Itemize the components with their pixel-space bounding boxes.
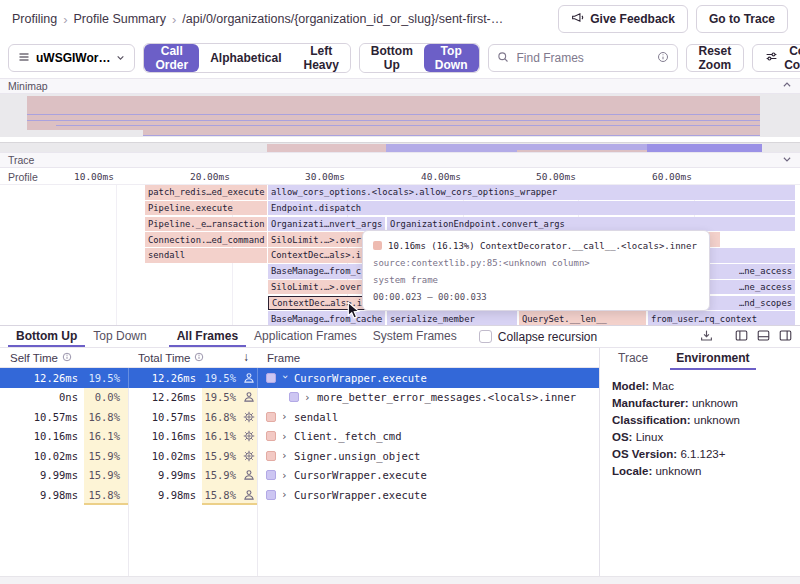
sliders-icon [765,50,778,66]
table-row[interactable]: 10.57ms16.8%10.57ms16.8%›sendall [0,407,599,427]
frame-cell[interactable]: ›Signer.unsign_object [257,446,599,466]
frame-cell[interactable]: ›sendall [257,407,599,427]
time-ruler: Profile 10.00ms20.00ms30.00ms40.00ms50.0… [0,168,800,185]
minimap-block [647,144,762,152]
frame-cell[interactable]: ›CursorWrapper.execute [257,466,599,486]
info-icon [194,352,204,364]
view-tab-bottom-up[interactable]: Bottom Up [8,326,85,347]
chevron-down-icon[interactable] [782,154,792,166]
flame-frame-silolimit-over[interactable]: SiloLimit.…>.over [268,280,368,295]
chevron-right-icon[interactable]: › [281,488,289,501]
flame-frame-connection-ed-command[interactable]: Connection.…ed_command [145,232,267,247]
chevron-down-icon[interactable]: › [279,374,292,382]
flame-frame-label: …nd_scopes [739,298,792,308]
frame-column-header[interactable]: Frame [257,348,599,367]
chevron-down-icon [116,51,125,65]
details-tab-environment[interactable]: Environment [670,348,755,370]
chevron-right-icon[interactable]: › [281,469,289,482]
self-time-value: 10.02ms [0,446,84,466]
layout-bottom-icon[interactable] [757,328,770,346]
frame-cell[interactable]: ›CursorWrapper.execute [257,485,599,505]
flame-frame-from-user-rq-context[interactable]: from_user…rq_context [648,311,795,325]
chevron-right-icon[interactable]: › [281,449,289,462]
flame-frame-endpoint-dispatch[interactable]: Endpoint.dispatch [268,201,795,216]
sort-tab-call-order[interactable]: Call Order [144,44,199,72]
self-time-percent: 15.8% [84,485,128,505]
breadcrumb-item-profiling[interactable]: Profiling [12,12,57,26]
total-time-percent: 19.5% [202,388,240,408]
minimap-section-header[interactable]: Minimap [0,78,800,94]
panel-action-icons [700,328,792,346]
search-input[interactable] [515,50,651,66]
flame-frame-basemanage-from-cache[interactable]: BaseManage…from_cache [268,311,385,325]
horizontal-scrollbar-track[interactable] [0,576,800,584]
flame-frame-organizati-nvert-args[interactable]: Organizati…nvert_args [268,217,385,232]
breadcrumb-item-profile-summary[interactable]: Profile Summary [74,12,166,26]
reset-zoom-button[interactable]: Reset Zoom [686,44,745,72]
details-tab-trace[interactable]: Trace [612,348,654,370]
find-frames-search[interactable] [488,44,678,72]
total-time-column-header[interactable]: Total Time ↓ [128,348,257,367]
direction-tab-top-down[interactable]: Top Down [424,44,479,72]
flame-frame-allow-cors-options-locals-al[interactable]: allow_cors_options.<locals>.allow_cors_o… [268,185,795,200]
frame-cell[interactable]: ›more_better_error_messages.<locals>.inn… [257,388,599,408]
flame-frame-pipeline-execute[interactable]: Pipeline.execute [145,201,267,216]
collapse-recursion-checkbox[interactable] [479,330,492,343]
user-icon [240,466,257,486]
chevron-right-icon[interactable]: › [304,391,312,404]
flame-frame-queryset-len-[interactable]: QuerySet.__len__ [519,311,646,325]
self-time-column-header[interactable]: Self Time [0,348,128,367]
collapse-recursion-control[interactable]: Collapse recursion [479,330,597,344]
breadcrumb-item--api-0-organizations-org[interactable]: /api/0/organizations/{organization_id_or… [182,12,503,26]
flame-frame-patch-redis-ed-execute[interactable]: patch_redis…ed_execute [145,185,267,200]
color-coding-dropdown[interactable]: Color Coding [752,44,800,72]
total-time-percent: 15.9% [202,446,240,466]
trace-section-header[interactable]: Trace [0,152,800,168]
chevron-right-icon[interactable]: › [281,430,289,443]
sort-tab-alphabetical[interactable]: Alphabetical [199,44,292,72]
collapse-recursion-label: Collapse recursion [498,330,597,344]
frame-tab-system-frames[interactable]: System Frames [365,326,465,347]
view-tab-top-down[interactable]: Top Down [85,326,154,347]
table-row[interactable]: 10.16ms16.1%10.16ms16.1%›Client._fetch_c… [0,427,599,447]
sort-descending-icon[interactable]: ↓ [243,350,249,364]
frame-color-square [266,431,276,441]
flame-frame-contextdec-als-i[interactable]: ContextDec…als>.i [268,296,368,311]
flame-frame-organizationendpoint-convert[interactable]: OrganizationEndpoint.convert_args [387,217,795,232]
user-icon [240,388,257,408]
flame-frame-basemanage-from-c[interactable]: BaseManage…from_c [268,264,368,279]
sort-tab-left-heavy[interactable]: Left Heavy [292,44,349,72]
flame-frame-sendall[interactable]: sendall [145,248,267,263]
detail-field-label: Manufacturer: [612,397,692,409]
frame-tab-all-frames[interactable]: All Frames [169,326,246,347]
direction-tab-bottom-up[interactable]: Bottom Up [360,44,424,72]
table-row[interactable]: 12.26ms19.5%12.26ms19.5%›CursorWrapper.e… [0,368,599,388]
frame-cell[interactable]: ›Client._fetch_cmd [257,427,599,447]
layout-right-icon[interactable] [779,328,792,346]
minimap-block [27,120,760,121]
self-time-value: 9.99ms [0,466,84,486]
thread-selector-dropdown[interactable]: uWSGIWor… [8,44,135,72]
give-feedback-button[interactable]: Give Feedback [558,5,688,33]
go-to-trace-button[interactable]: Go to Trace [696,5,788,33]
chevron-right-icon[interactable]: › [281,410,289,423]
table-row[interactable]: 9.98ms15.8%9.98ms15.8%›CursorWrapper.exe… [0,485,599,505]
frame-tab-application-frames[interactable]: Application Frames [246,326,365,347]
frame-cell[interactable]: ›CursorWrapper.execute [257,368,599,388]
minimap-block [0,142,800,143]
detail-field-value: unknown [694,414,740,426]
table-row[interactable]: 9.99ms15.9%9.99ms15.9%›CursorWrapper.exe… [0,466,599,486]
layout-left-icon[interactable] [735,328,748,346]
table-row[interactable]: 10.02ms15.9%10.02ms15.9%›Signer.unsign_o… [0,446,599,466]
user-icon [240,368,257,388]
detail-field-label: Model: [612,380,652,392]
flame-frame-pipeline-e-ransaction[interactable]: Pipeline._e…ransaction [145,217,267,232]
tooltip-frame-type: system frame [373,271,699,288]
chevron-up-icon[interactable] [782,80,792,92]
download-icon[interactable] [700,328,713,346]
frame-color-square [266,490,276,500]
flame-frame-serialize-member[interactable]: serialize_member [387,311,517,325]
minimap-canvas[interactable] [0,94,800,152]
table-row[interactable]: 0ns0.0%12.26ms19.5%›more_better_error_me… [0,388,599,408]
self-time-percent: 19.5% [84,368,128,388]
